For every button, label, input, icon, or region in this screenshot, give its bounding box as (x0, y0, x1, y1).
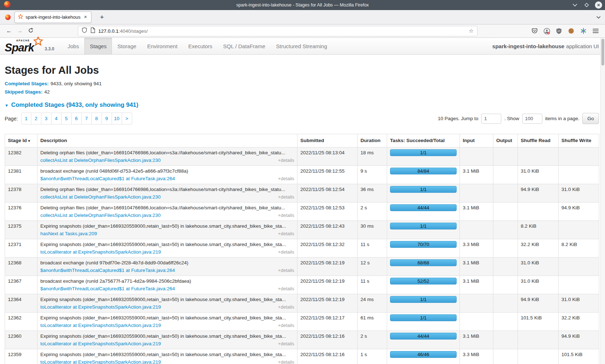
url-bar[interactable]: 127.0.0.1:4040/stages/ ☆ (78, 26, 478, 36)
tasks-progress-bar: 1/1 (390, 149, 457, 156)
table-row: 12359Expiring snapshots (older_than=1669… (5, 349, 599, 364)
url-text[interactable]: 127.0.0.1:4040/stages/ (98, 28, 466, 34)
shuffle-write-cell: 94.9 KiB (559, 331, 599, 349)
details-toggle[interactable]: +details (278, 267, 294, 274)
page-info-icon[interactable] (90, 27, 95, 35)
shield-icon[interactable] (82, 27, 87, 35)
stage-description: Expiring snapshots (older_than=166932055… (40, 314, 294, 322)
window-minimize-button[interactable] (571, 1, 578, 9)
tab-close-icon[interactable]: ✕ (83, 15, 88, 19)
details-toggle[interactable]: +details (278, 303, 294, 311)
details-toggle[interactable]: +details (278, 248, 294, 256)
stage-id-cell: 12364 (5, 294, 37, 313)
col-header-submitted[interactable]: Submitted (297, 134, 358, 147)
forward-button[interactable]: → (14, 28, 25, 34)
stage-callsite-link[interactable]: toLocalIterator at ExpireSnapshotsSparkA… (40, 303, 161, 311)
jump-to-input[interactable] (481, 114, 501, 124)
stage-callsite-link[interactable]: toLocalIterator at ExpireSnapshotsSparkA… (40, 358, 161, 364)
details-toggle[interactable]: +details (278, 175, 294, 182)
window-maximize-button[interactable] (583, 1, 590, 9)
details-toggle[interactable]: +details (278, 322, 294, 329)
window-close-button[interactable]: ✕ (595, 1, 602, 9)
table-row: 12381broadcast exchange (runId 048fd06f-… (5, 166, 599, 184)
details-toggle[interactable]: +details (278, 193, 294, 201)
description-line2: toLocalIterator at ExpireSnapshotsSparkA… (40, 358, 294, 364)
spark-logo[interactable]: APACHE Spark 3.3.0 (5, 38, 57, 54)
stage-callsite-link[interactable]: collectAsList at DeleteOrphanFilesSparkA… (40, 156, 161, 164)
page-button-1[interactable]: 1 (21, 113, 31, 124)
col-header-tasks[interactable]: Tasks: Succeeded/Total (387, 134, 460, 147)
firefox-view-icon[interactable] (4, 14, 12, 21)
page-button-2[interactable]: 2 (31, 113, 41, 124)
description-line2: $anonfun$withThreadLocalCaptured$1 at Fu… (40, 267, 294, 274)
skipped-stages-link[interactable]: Skipped Stages: (5, 89, 42, 95)
details-toggle[interactable]: +details (278, 358, 294, 364)
stage-callsite-link[interactable]: toLocalIterator at ExpireSnapshotsSparkA… (40, 340, 161, 347)
shuffle-read-cell: 31.0 KiB (518, 166, 559, 184)
col-header-shuffle-read[interactable]: Shuffle Read (518, 134, 559, 147)
completed-stages-link[interactable]: Completed Stages: (5, 81, 49, 86)
col-header-duration[interactable]: Duration (358, 134, 387, 147)
account-extension-icon[interactable] (542, 27, 551, 35)
description-line2: hasNext at Tasks.java:209+details (40, 230, 294, 237)
nav-tab-executors[interactable]: Executors (183, 38, 218, 54)
page-button-9[interactable]: 9 (102, 113, 112, 124)
tasks-cell: 1/1 (387, 294, 460, 313)
go-button[interactable]: Go (582, 113, 599, 124)
pocket-icon[interactable] (530, 27, 539, 35)
menu-hamburger-icon[interactable] (591, 27, 600, 35)
stage-callsite-link[interactable]: $anonfun$withThreadLocalCaptured$1 at Fu… (40, 267, 175, 274)
sync-asterisk-extension-icon[interactable] (579, 27, 588, 35)
details-toggle[interactable]: +details (278, 285, 294, 292)
cookie-extension-icon[interactable] (567, 27, 575, 35)
col-header-description[interactable]: Description (37, 134, 297, 147)
page-next-button[interactable]: > (122, 113, 132, 124)
shuffle-read-cell: 8.2 KiB (518, 221, 559, 239)
stage-callsite-link[interactable]: hasNext at Tasks.java:209 (40, 230, 97, 237)
stage-callsite-link[interactable]: $anonfun$withThreadLocalCaptured$1 at Fu… (40, 285, 175, 292)
back-button[interactable]: ← (4, 28, 14, 34)
details-toggle[interactable]: +details (278, 211, 294, 219)
stage-callsite-link[interactable]: collectAsList at DeleteOrphanFilesSparkA… (40, 211, 161, 219)
nav-tab-jobs[interactable]: Jobs (62, 38, 85, 54)
col-header-output[interactable]: Output (493, 134, 518, 147)
details-toggle[interactable]: +details (278, 340, 294, 347)
stage-callsite-link[interactable]: toLocalIterator at ExpireSnapshotsSparkA… (40, 322, 161, 329)
reload-button[interactable] (25, 28, 36, 35)
page-button-10[interactable]: 10 (112, 113, 122, 124)
list-tabs-icon[interactable] (596, 16, 601, 19)
stage-callsite-link[interactable]: toLocalIterator at ExpireSnapshotsSparkA… (40, 248, 161, 256)
page-button-8[interactable]: 8 (92, 113, 102, 124)
show-items-input[interactable] (522, 114, 542, 124)
page-button-4[interactable]: 4 (51, 113, 62, 124)
submitted-cell: 2022/11/25 08:12:54 (297, 184, 358, 203)
page-button-6[interactable]: 6 (72, 113, 82, 124)
col-header-stage-id[interactable]: Stage Id ▾ (5, 134, 37, 147)
output-cell (493, 147, 518, 166)
scrollbar-thumb[interactable] (601, 39, 604, 65)
details-toggle[interactable]: +details (278, 156, 294, 164)
details-toggle[interactable]: +details (278, 230, 294, 237)
page-button-7[interactable]: 7 (82, 113, 92, 124)
col-header-input[interactable]: Input (460, 134, 493, 147)
bookmark-star-icon[interactable]: ☆ (469, 28, 474, 34)
stage-description: broadcast exchange (runId 2a75677f-a771-… (40, 277, 294, 285)
page-button-5[interactable]: 5 (62, 113, 72, 124)
page-button-3[interactable]: 3 (41, 113, 51, 124)
stage-description: Expiring snapshots (older_than=166932055… (40, 222, 294, 230)
ublock-origin-icon[interactable]: uO (555, 27, 563, 35)
description-line2: collectAsList at DeleteOrphanFilesSparkA… (40, 211, 294, 219)
stage-callsite-link[interactable]: $anonfun$withThreadLocalCaptured$1 at Fu… (40, 175, 175, 182)
submitted-cell: 2022/11/25 08:12:55 (297, 166, 358, 184)
nav-tab-environment[interactable]: Environment (142, 38, 183, 54)
nav-tab-storage[interactable]: Storage (112, 38, 142, 54)
completed-stages-section-toggle[interactable]: ▼ Completed Stages (9433, only showing 9… (5, 101, 599, 109)
new-tab-button[interactable]: + (97, 13, 107, 21)
col-header-shuffle-write[interactable]: Shuffle Write (559, 134, 599, 147)
nav-tab-structured-streaming[interactable]: Structured Streaming (271, 38, 333, 54)
stage-description: Deleting orphan files (older_than=166910… (40, 204, 294, 211)
nav-tab-stages[interactable]: Stages (84, 38, 112, 54)
stage-callsite-link[interactable]: collectAsList at DeleteOrphanFilesSparkA… (40, 193, 161, 201)
nav-tab-sql-dataframe[interactable]: SQL / DataFrame (218, 38, 271, 54)
browser-tab[interactable]: spark-ingest-into-lakehous ✕ (14, 12, 91, 23)
